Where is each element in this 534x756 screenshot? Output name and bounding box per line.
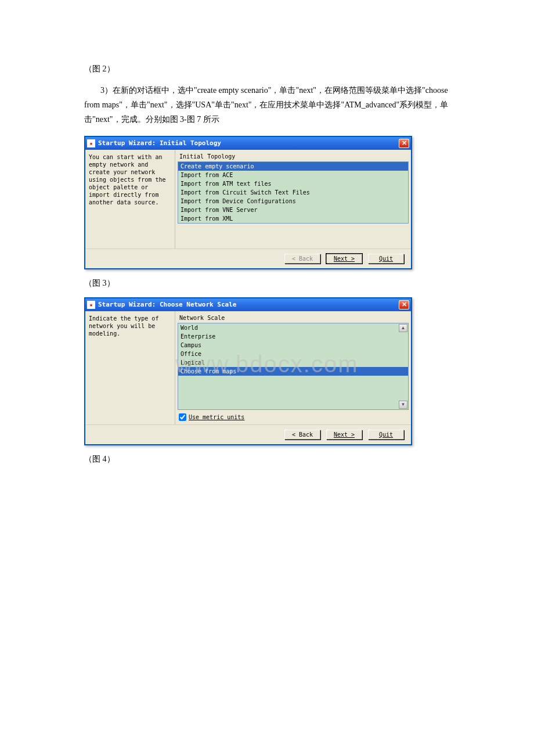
list-item[interactable]: Choose from maps [178, 367, 408, 376]
startup-wizard-network-scale-dialog: ★ Startup Wizard: Choose Network Scale ✕… [84, 297, 412, 445]
quit-button[interactable]: Quit [368, 254, 404, 264]
network-scale-listbox[interactable]: World Enterprise Campus Office Logical C… [178, 323, 409, 410]
back-button: < Back [284, 254, 320, 264]
dialog-title: Startup Wizard: Choose Network Scale [98, 301, 399, 308]
titlebar: ★ Startup Wizard: Choose Network Scale ✕ [85, 298, 411, 311]
list-header: Network Scale [178, 314, 409, 322]
close-icon[interactable]: ✕ [399, 139, 409, 148]
app-icon: ★ [87, 301, 95, 309]
app-icon: ★ [87, 139, 95, 147]
list-item[interactable]: Logical [178, 358, 408, 367]
list-item[interactable]: Import from Circuit Switch Text Files [178, 188, 408, 197]
list-item[interactable]: Import from XML [178, 214, 408, 223]
back-button[interactable]: < Back [284, 430, 320, 440]
list-header: Initial Topology [178, 152, 409, 161]
topology-options-listbox[interactable]: Create empty scenario Import from ACE Im… [178, 161, 409, 224]
description-panel: Indicate the type of network you will be… [85, 311, 175, 424]
quit-button[interactable]: Quit [368, 430, 404, 440]
list-item[interactable]: Office [178, 350, 408, 358]
scroll-down-icon[interactable]: ▼ [399, 401, 407, 409]
close-icon[interactable]: ✕ [399, 300, 409, 309]
titlebar: ★ Startup Wizard: Initial Topology ✕ [85, 137, 411, 150]
next-button[interactable]: Next > [326, 430, 362, 440]
step-3-instructions: 3）在新的对话框中，选中"create empty scenario"，单击"n… [84, 83, 450, 127]
figure-3-caption: （图 3） [84, 278, 450, 289]
list-item[interactable]: Create empty scenario [178, 162, 408, 171]
list-item[interactable]: Campus [178, 341, 408, 350]
list-item[interactable]: Import from Device Configurations [178, 197, 408, 206]
figure-2-caption: （图 2） [84, 64, 450, 74]
checkbox-label: Use metric units [189, 414, 244, 420]
list-item[interactable]: Import from ATM text files [178, 179, 408, 188]
next-button[interactable]: Next > [326, 254, 362, 264]
scroll-up-icon[interactable]: ▲ [399, 324, 407, 332]
list-item[interactable]: World [178, 323, 408, 332]
description-panel: You can start with an empty network and … [85, 150, 175, 249]
list-item[interactable]: Import from VNE Server [178, 206, 408, 214]
dialog-title: Startup Wizard: Initial Topology [98, 139, 399, 147]
figure-4-caption: （图 4） [84, 454, 450, 465]
list-item[interactable]: Enterprise [178, 332, 408, 341]
startup-wizard-initial-topology-dialog: ★ Startup Wizard: Initial Topology ✕ You… [84, 136, 412, 269]
use-metric-units-checkbox[interactable] [179, 413, 186, 421]
list-item[interactable]: Import from ACE [178, 171, 408, 179]
